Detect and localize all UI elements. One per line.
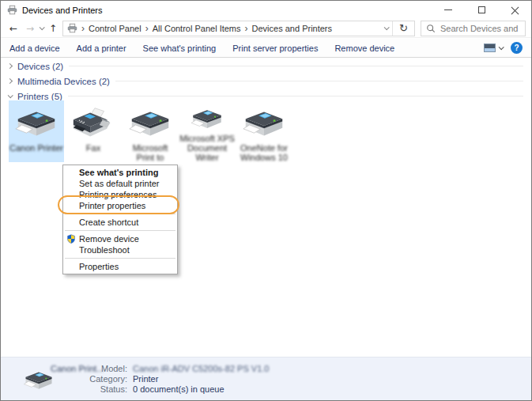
items-view: Devices (2) Multimedia Devices (2) Print…: [1, 59, 531, 357]
title-bar: Devices and Printers: [1, 1, 531, 19]
address-dropdown-icon[interactable]: [384, 25, 390, 30]
maximize-icon: [478, 6, 485, 13]
menu-item-troubleshoot[interactable]: Troubleshoot: [63, 244, 177, 255]
menu-item-label: Printer properties: [79, 201, 145, 210]
expanded-chevron-icon: [8, 93, 13, 98]
breadcrumb[interactable]: › Control Panel › All Control Panel Item…: [62, 21, 415, 36]
status-label: Status:: [80, 384, 127, 394]
model-label: Model:: [80, 364, 127, 373]
search-box[interactable]: [421, 21, 526, 36]
menu-item-printer-properties[interactable]: Printer properties: [63, 200, 177, 211]
menu-item-label: Printing preferences: [79, 190, 157, 199]
group-header-multimedia-devices[interactable]: Multimedia Devices (2): [1, 74, 531, 89]
printer-label: Fax: [86, 143, 100, 153]
minimize-icon: [444, 9, 452, 10]
divider: [115, 81, 523, 81]
printer-label: Microsoft Print to: [123, 143, 178, 162]
printer-icon: [12, 106, 61, 142]
divider: [69, 66, 523, 66]
menu-item-set-as-default-printer[interactable]: Set as default printer: [63, 178, 177, 189]
printer-icon: [126, 106, 175, 142]
back-button[interactable]: ←: [6, 23, 21, 34]
menu-separator: [65, 258, 175, 259]
minimize-button[interactable]: [432, 1, 465, 19]
divider: [392, 21, 393, 36]
group-label: Devices (2): [17, 62, 63, 71]
context-menu: See what's printing Set as default print…: [62, 165, 178, 274]
search-input[interactable]: [440, 24, 520, 33]
group-label: Printers (5): [17, 92, 62, 101]
printer-tile-canon-printer[interactable]: Canon Printer: [9, 100, 64, 162]
uac-shield-icon: [66, 234, 76, 244]
help-button[interactable]: ?: [511, 42, 523, 54]
remove-device-button[interactable]: Remove device: [334, 44, 394, 53]
printer-icon: [240, 106, 289, 142]
close-icon: [511, 6, 519, 14]
printer-icon: [183, 106, 232, 133]
menu-item-properties[interactable]: Properties: [63, 261, 177, 272]
breadcrumb-item-control-panel[interactable]: Control Panel: [89, 24, 141, 33]
refresh-button[interactable]: ↻: [397, 22, 410, 34]
menu-item-create-shortcut[interactable]: Create shortcut: [63, 217, 177, 228]
detail-row-model: Model: Canon iR-ADV C5200s-82 PS V1.0: [80, 364, 269, 373]
category-value: Printer: [133, 374, 158, 384]
see-whats-printing-button[interactable]: See what's printing: [143, 44, 217, 53]
up-button[interactable]: ↑: [46, 23, 60, 34]
view-options-icon: [484, 44, 496, 52]
printer-label: Canon Printer: [9, 143, 63, 153]
devices-and-printers-window: Devices and Printers ← → ↑ › Control Pan…: [0, 0, 532, 401]
collapsed-chevron-icon: [7, 63, 13, 69]
address-bar: ← → ↑ › Control Panel › All Control Pane…: [1, 19, 531, 38]
breadcrumb-location-icon: [67, 23, 77, 33]
status-value: 0 document(s) in queue: [133, 384, 224, 394]
details-pane: Canon Print... Model: Canon iR-ADV C5200…: [1, 357, 531, 400]
breadcrumb-chevron-icon: ›: [145, 25, 149, 32]
menu-item-label: Remove device: [79, 234, 139, 244]
collapsed-chevron-icon: [7, 78, 13, 84]
divider: [68, 96, 523, 96]
add-a-device-button[interactable]: Add a device: [9, 44, 60, 53]
menu-separator: [65, 230, 175, 231]
menu-item-label: Troubleshoot: [79, 245, 130, 255]
menu-item-label: Create shortcut: [79, 218, 138, 227]
fax-icon: [69, 106, 118, 142]
print-server-properties-button[interactable]: Print server properties: [232, 44, 318, 53]
detail-row-category: Category: Printer: [80, 374, 158, 384]
view-dropdown-icon: [499, 44, 504, 50]
detail-row-status: Status: 0 document(s) in queue: [80, 384, 224, 394]
printer-tile-fax[interactable]: Fax: [66, 100, 121, 162]
app-icon: [7, 5, 17, 15]
group-header-devices[interactable]: Devices (2): [1, 59, 531, 74]
breadcrumb-chevron-icon: ›: [245, 25, 248, 32]
maximize-button[interactable]: [465, 1, 498, 19]
add-a-printer-button[interactable]: Add a printer: [77, 44, 126, 53]
search-icon: [426, 24, 436, 33]
menu-item-see-whats-printing[interactable]: See what's printing: [63, 167, 177, 178]
printer-label: OneNote for Windows 10: [240, 143, 288, 162]
printer-tile-microsoft-xps[interactable]: Microsoft XPS Document Writer: [179, 100, 235, 162]
close-button[interactable]: [498, 1, 531, 19]
model-value: Canon iR-ADV C5200s-82 PS V1.0: [133, 364, 269, 373]
menu-item-label: See what's printing: [79, 168, 158, 177]
menu-item-remove-device[interactable]: Remove device: [63, 233, 177, 244]
printer-tile-onenote[interactable]: OneNote for Windows 10: [236, 100, 292, 162]
printer-tiles: Canon Printer Fax Microsoft Print to Mic…: [9, 100, 292, 162]
change-view-button[interactable]: [484, 44, 503, 52]
forward-button[interactable]: →: [23, 23, 37, 34]
category-label: Category:: [80, 374, 127, 384]
breadcrumb-item-all-control-panel-items[interactable]: All Control Panel Items: [153, 24, 241, 33]
breadcrumb-item-devices-and-printers[interactable]: Devices and Printers: [252, 24, 333, 33]
printer-label: Microsoft XPS Document Writer: [179, 134, 235, 162]
menu-item-printing-preferences[interactable]: Printing preferences: [63, 189, 177, 200]
window-title: Devices and Printers: [22, 6, 103, 15]
printer-tile-microsoft-print-to[interactable]: Microsoft Print to: [123, 100, 178, 162]
history-chevron-icon[interactable]: [40, 25, 45, 30]
menu-separator: [65, 214, 175, 214]
group-label: Multimedia Devices (2): [17, 77, 110, 86]
menu-item-label: Set as default printer: [79, 179, 160, 188]
menu-item-label: Properties: [79, 262, 119, 271]
command-bar: Add a device Add a printer See what's pr…: [1, 39, 531, 58]
breadcrumb-chevron-icon: ›: [81, 25, 85, 32]
